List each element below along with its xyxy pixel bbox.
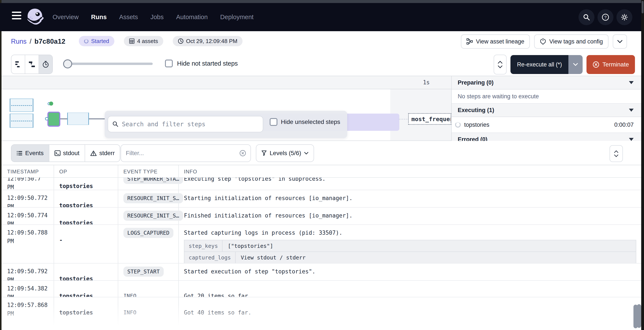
tab-stdout[interactable]: stdout: [49, 145, 85, 162]
log-tabs: Events stdout stderr: [11, 144, 120, 162]
scroll-top-bottom-button[interactable]: [610, 145, 623, 162]
event-row[interactable]: 12:09:54.382PM topstories INFO Got 20 it…: [2, 281, 641, 297]
col-info[interactable]: INFO: [184, 169, 197, 175]
top-nav-bar: Overview Runs Assets Jobs Automation Dep…: [0, 3, 644, 31]
waterfall-view-icon[interactable]: [25, 55, 38, 74]
event-row[interactable]: 12:09:50.774PM topstories RESOURCE_INIT_…: [2, 208, 641, 225]
status-badge: Started: [79, 36, 114, 46]
step-start-marker: [49, 102, 53, 106]
timed-view-icon[interactable]: [38, 55, 52, 74]
search-icon: [112, 121, 118, 127]
metadata-row: captured_logs View stdout / stderr: [184, 251, 636, 263]
tag-icon: [540, 38, 546, 45]
col-op[interactable]: OP: [59, 169, 67, 175]
hide-not-started-checkbox[interactable]: [165, 60, 173, 67]
run-actions: Re-execute all (*) Terminate: [494, 55, 635, 74]
status-spinner-icon: [84, 39, 88, 43]
preparing-section-header[interactable]: Preparing (0): [452, 76, 642, 90]
gantt-step-not-started-1[interactable]: [10, 99, 34, 112]
metadata-row: step_keys ["topstories"]: [184, 240, 636, 251]
nav-item-overview[interactable]: Overview: [52, 13, 78, 21]
breadcrumb-runs-link[interactable]: Runs: [11, 38, 26, 45]
clear-filter-icon[interactable]: [239, 150, 246, 157]
event-row[interactable]: 12:09:50.772PM topstories RESOURCE_INIT_…: [2, 190, 641, 208]
help-icon[interactable]: ?: [598, 9, 614, 25]
levels-dropdown-button[interactable]: Levels (5/6): [256, 144, 314, 162]
edge-circle-left: [45, 117, 48, 121]
nav-item-automation[interactable]: Automation: [176, 13, 208, 21]
window-edge-left: [0, 0, 2, 330]
window-title-strip: [0, 0, 644, 3]
terminal-icon: [54, 150, 60, 156]
caret-down-icon: [629, 81, 634, 84]
zoom-slider-track[interactable]: [63, 63, 153, 65]
tab-stderr[interactable]: stderr: [85, 145, 120, 162]
caret-down-icon: [573, 63, 578, 66]
zoom-slider-handle[interactable]: [63, 59, 72, 68]
step-search-input[interactable]: [122, 121, 258, 128]
event-metadata-table: step_keys ["topstories"] captured_logs V…: [184, 240, 636, 264]
step-elapsed-time: 0:00:07: [614, 122, 634, 128]
nav-item-jobs[interactable]: Jobs: [150, 13, 164, 21]
nav-item-assets[interactable]: Assets: [119, 13, 138, 21]
executing-section-header[interactable]: Executing (1): [452, 104, 642, 117]
event-row[interactable]: 12:09:50.788PM - LOGS_CAPTURED Started c…: [2, 225, 641, 264]
nav-item-runs[interactable]: Runs: [91, 13, 107, 21]
terminate-button[interactable]: Terminate: [586, 55, 635, 74]
hide-not-started-label[interactable]: Hide not started steps: [177, 60, 238, 67]
breadcrumb: Runs / b7c80a12: [11, 38, 66, 45]
hide-unselected-label[interactable]: Hide unselected steps: [281, 119, 340, 125]
svg-text:?: ?: [604, 15, 607, 19]
window-edge-right: [641, 0, 644, 330]
log-filter-input[interactable]: [125, 150, 237, 157]
nav-item-deployment[interactable]: Deployment: [220, 13, 254, 21]
nav-icon-group: ?: [578, 3, 632, 31]
flat-view-icon[interactable]: [12, 55, 25, 74]
gantt-duration-box: [67, 113, 89, 125]
metadata-key: captured_logs: [184, 252, 236, 263]
chevron-down-icon: [304, 152, 308, 155]
header-actions: View asset lineage View tags and config: [461, 34, 627, 49]
assets-badge[interactable]: 4 assets: [124, 36, 163, 46]
run-header: Runs / b7c80a12 Started 4 assets Oct 29,…: [2, 31, 641, 54]
executing-step-row[interactable]: topstories 0:00:07: [452, 117, 642, 133]
main-nav: Overview Runs Assets Jobs Automation Dep…: [52, 3, 254, 31]
gantt-step-most-frequent[interactable]: most_frequent: [408, 113, 451, 125]
reexecute-all-button[interactable]: Re-execute all (*): [510, 55, 568, 74]
reexecute-dropdown-button[interactable]: [568, 55, 582, 74]
event-row[interactable]: 12:09:50.7PM topstories STEP_WORKER_STA……: [2, 178, 641, 190]
page-scrollbar-top-thumb[interactable]: [642, 1, 644, 13]
metadata-key: step_keys: [184, 240, 222, 251]
search-icon[interactable]: [578, 9, 594, 25]
chevron-down-icon: [617, 40, 623, 43]
captured-logs-link[interactable]: View stdout / stderr: [236, 255, 311, 261]
log-viewer-toolbar: Events stdout stderr Levels (5/6): [2, 141, 641, 165]
cancel-icon: [592, 61, 600, 68]
tab-events[interactable]: Events: [12, 145, 49, 162]
grid-icon: [129, 38, 134, 44]
timeline-tick-label: 1s: [423, 79, 430, 86]
event-row[interactable]: 12:09:50.792PM topstories STEP_START Sta…: [2, 264, 641, 281]
gear-icon[interactable]: [616, 9, 632, 25]
gantt-step-not-started-2[interactable]: [10, 114, 34, 128]
col-timestamp[interactable]: TIMESTAMP: [7, 169, 39, 175]
spinner-icon: [455, 122, 461, 128]
dagster-logo-icon[interactable]: [26, 7, 45, 27]
view-asset-lineage-button[interactable]: View asset lineage: [461, 34, 530, 49]
expand-collapse-button[interactable]: [494, 55, 506, 74]
gantt-filter-overlay: Hide unselected steps: [105, 111, 347, 138]
menu-icon[interactable]: [12, 12, 24, 23]
hide-unselected-checkbox[interactable]: [270, 118, 278, 126]
caret-down-icon: [629, 138, 634, 141]
event-row[interactable]: 12:09:57.868PM topstories INFO Got 40 it…: [2, 297, 641, 330]
run-id: b7c80a12: [34, 38, 66, 45]
header-more-actions-button[interactable]: [613, 34, 627, 49]
page-scrollbar-thumb[interactable]: [637, 304, 641, 328]
gantt-step-topstories[interactable]: [48, 112, 60, 127]
events-table: TIMESTAMP OP EVENT TYPE INFO 12:09:50.7P…: [2, 165, 641, 330]
col-event-type[interactable]: EVENT TYPE: [124, 169, 158, 175]
funnel-icon: [262, 150, 267, 156]
view-tags-config-button[interactable]: View tags and config: [534, 34, 608, 49]
errored-section-header[interactable]: Errored (0): [452, 133, 642, 141]
log-filter-box: [120, 144, 251, 162]
